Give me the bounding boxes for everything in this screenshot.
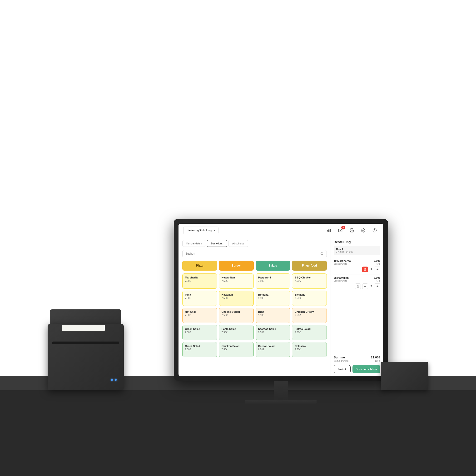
printer-paper (62, 325, 105, 331)
product-price: 7.50€ (185, 297, 214, 299)
order-item-2-controls: − 2 + (334, 284, 380, 289)
product-potato-salad[interactable]: Potato Salad 7.50€ (292, 325, 327, 340)
monitor-bezel: Lieferung/Abholung ▾ (174, 219, 388, 381)
pos-main: Kundendaten Bestellung Abschluss (178, 237, 383, 376)
product-coleslaw[interactable]: Coleslaw 7.50€ (292, 342, 327, 357)
tab-kundendaten[interactable]: Kundendaten (182, 240, 206, 247)
product-name: Chicken Crispy (295, 310, 324, 313)
product-name: Tuna (185, 293, 214, 296)
box-subtitle: 3 Artikel, 14,00€ (336, 251, 378, 253)
order-title: Bestellung (334, 240, 380, 244)
category-burger[interactable]: Burger (219, 261, 254, 271)
product-greek-salad[interactable]: Greek Salad 7.50€ (182, 342, 217, 357)
product-cheese-burger[interactable]: Cheese Burger 7.50€ (219, 308, 254, 323)
category-salate[interactable]: Salate (255, 261, 290, 271)
search-bar (182, 250, 327, 257)
receipt-printer-right (381, 362, 428, 390)
right-panel: Bestellung Box 1 3 Artikel, 14,00€ 1x Ma… (331, 237, 383, 376)
monitor-base (245, 400, 317, 405)
product-name: Neapolitan (221, 276, 251, 279)
help-icon-btn[interactable] (371, 227, 378, 234)
order-item-name: 1x Margherita (334, 259, 351, 262)
tab-abschluss[interactable]: Abschluss (228, 240, 248, 247)
product-caesar-salad[interactable]: Caesar Salad 9.50€ (255, 342, 290, 357)
edit-item-2-button[interactable] (355, 284, 361, 289)
item-1-qty: 1 (369, 268, 373, 271)
order-item-bonus-pts: 5Pt. (376, 280, 380, 282)
box-header: Box 1 3 Artikel, 14,00€ (334, 246, 380, 255)
search-input[interactable] (186, 252, 320, 255)
mail-icon-btn[interactable]: 28 (337, 227, 344, 234)
product-bbq-chicken[interactable]: BBQ Chicken 7.50€ (292, 273, 327, 289)
header-left: Lieferung/Abholung ▾ (183, 227, 219, 234)
product-price: 9.50€ (258, 314, 288, 317)
printer-icon-btn[interactable] (348, 227, 356, 234)
product-pepperoni[interactable]: Pepperoni 7.50€ (255, 273, 290, 289)
product-hawaiian[interactable]: Hawaiian 7.50€ (219, 290, 254, 306)
left-panel: Kundendaten Bestellung Abschluss (178, 237, 331, 376)
checkout-button[interactable]: Bestellabschluss (353, 365, 380, 373)
product-romana[interactable]: Romana 9.50€ (255, 290, 290, 306)
order-item-name: 2x Hawaiian (334, 276, 349, 279)
order-item-bonus-pts: 5Pt. (376, 263, 380, 265)
printer-body (48, 324, 124, 390)
product-name: Romana (258, 293, 288, 296)
svg-rect-0 (327, 230, 328, 232)
product-price: 7.50€ (295, 314, 324, 317)
product-price: 7.50€ (221, 314, 251, 317)
product-name: Caesar Salad (258, 345, 288, 347)
product-name: Cheese Burger (221, 310, 251, 313)
chart-icon-btn[interactable] (325, 227, 333, 234)
svg-line-9 (323, 255, 323, 255)
printer-icon (350, 228, 354, 233)
product-pasta-salad[interactable]: Pasta Salad 7.50€ (219, 325, 254, 340)
product-tuna[interactable]: Tuna 7.50€ (182, 290, 217, 306)
monitor: Lieferung/Abholung ▾ (174, 219, 388, 405)
product-neapolitan[interactable]: Neapolitan 7.50€ (219, 273, 254, 289)
delete-item-1-button[interactable] (362, 267, 368, 272)
summary-bonus-label: Bonus Punkte (334, 360, 348, 362)
product-price: 7.50€ (221, 348, 251, 351)
svg-rect-2 (330, 229, 331, 232)
increment-item-1-button[interactable]: + (374, 267, 380, 272)
chart-icon (327, 228, 331, 233)
edit-icon (357, 285, 359, 288)
product-name: Green Salad (185, 327, 214, 330)
product-price: 9.50€ (258, 297, 288, 299)
order-item-margherita: 1x Margherita 7,00€ Bonus Punkte 5Pt. (334, 257, 380, 274)
product-name: Siciliana (295, 293, 324, 296)
product-hot-chili[interactable]: Hot Chili 7.50€ (182, 308, 217, 323)
product-siciliana[interactable]: Siciliana 7.50€ (292, 290, 327, 306)
categories: Pizza Burger Salate Fingerfood (182, 261, 327, 271)
product-name: Pepperoni (258, 276, 288, 279)
product-price: 7.50€ (295, 280, 324, 282)
increment-item-2-button[interactable]: + (374, 284, 380, 289)
product-chicken-crispy[interactable]: Chicken Crispy 7.50€ (292, 308, 327, 323)
product-price: 7.50€ (295, 297, 324, 299)
order-item-price: 7,00€ (374, 259, 380, 262)
order-item-price: 7,00€ (374, 276, 380, 279)
summary-bonus-pts: 10Pt. (375, 360, 380, 362)
product-name: Potato Salad (295, 327, 324, 330)
printer-slot (52, 341, 119, 344)
delivery-dropdown[interactable]: Lieferung/Abholung ▾ (183, 227, 219, 234)
product-bbq[interactable]: BBQ 9.50€ (255, 308, 290, 323)
category-fingerfood[interactable]: Fingerfood (292, 261, 327, 271)
decrement-item-2-button[interactable]: − (362, 284, 368, 289)
product-price: 7.50€ (258, 280, 288, 282)
svg-point-8 (321, 253, 323, 255)
product-seafood-salad[interactable]: Seafood Salad 9.50€ (255, 325, 290, 340)
product-chicken-salad[interactable]: Chicken Salad 7.50€ (219, 342, 254, 357)
product-green-salad[interactable]: Green Salad 7.50€ (182, 325, 217, 340)
settings-icon-btn[interactable] (359, 227, 367, 234)
tab-bestellung[interactable]: Bestellung (207, 240, 227, 247)
product-margherita[interactable]: Margherita 7.50€ (182, 273, 217, 289)
category-pizza[interactable]: Pizza (182, 261, 217, 271)
order-spacer (334, 291, 380, 351)
chevron-down-icon: ▾ (214, 229, 215, 232)
summary-value: 21,00€ (371, 356, 380, 359)
product-price: 9.50€ (258, 331, 288, 334)
pos-app: Lieferung/Abholung ▾ (178, 224, 383, 376)
back-button[interactable]: Zurück (334, 365, 351, 373)
order-item-hawaiian: 2x Hawaiian 7,00€ Bonus Punkte 5Pt. (334, 274, 380, 291)
